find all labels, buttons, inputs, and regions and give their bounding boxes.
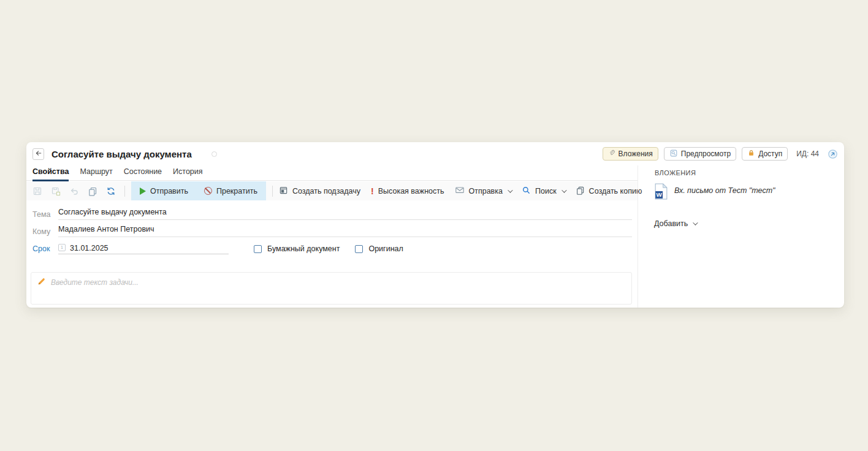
exclamation-icon: ! (371, 187, 374, 195)
send-action-group: Отправить Прекратить (131, 181, 266, 200)
play-icon (140, 188, 146, 195)
create-copy-label: Создать копию (589, 187, 642, 195)
pencil-icon (37, 278, 45, 287)
deadline-label[interactable]: Срок (32, 244, 50, 253)
prohibit-icon (204, 187, 212, 195)
paperclip-icon (608, 149, 615, 159)
high-importance-button[interactable]: ! Высокая важность (371, 187, 444, 195)
save-icon[interactable] (32, 186, 42, 196)
checkbox-original[interactable]: Оригинал (355, 244, 403, 253)
to-field[interactable]: Мадалиев Антон Петрович (58, 225, 632, 237)
page-title: Согласуйте выдачу документа (51, 149, 192, 159)
attachment-name: Вх. письмо от Тест "тест" (674, 186, 775, 195)
calendar-icon: 1 (58, 244, 66, 251)
checkbox-paper-document[interactable]: Бумажный документ (254, 244, 340, 253)
task-id: ИД: 44 (796, 150, 819, 158)
high-importance-label: Высокая важность (378, 187, 444, 195)
access-button-label: Доступ (758, 150, 782, 158)
send-button[interactable]: Отправить (140, 187, 188, 195)
chevron-down-icon (508, 188, 512, 192)
panel-divider (638, 165, 638, 308)
preview-button-label: Предпросмотр (681, 150, 731, 158)
task-card-window: Согласуйте выдачу документа Вложения Пре… (26, 142, 844, 308)
sending-menu-label: Отправка (469, 187, 503, 195)
add-attachment-button[interactable]: Добавить (654, 219, 696, 228)
copy-icon[interactable] (88, 186, 97, 196)
toolbar: Отправить Прекратить Создать подзадачу !… (26, 181, 638, 200)
to-label: Кому (32, 227, 50, 236)
deadline-value: 31.01.2025 (70, 244, 108, 252)
send-button-label: Отправить (150, 187, 188, 195)
toolbar-separator (124, 186, 125, 197)
toolbar-separator (272, 186, 273, 197)
attachments-button-label: Вложения (619, 150, 653, 158)
tab-route[interactable]: Маршрут (80, 167, 112, 180)
subject-label: Тема (32, 210, 50, 219)
tab-properties[interactable]: Свойства (32, 167, 69, 180)
save-and-close-icon[interactable] (51, 186, 61, 196)
add-attachment-label: Добавить (654, 219, 688, 228)
copy-pages-icon (576, 186, 585, 197)
checkbox-paper-label: Бумажный документ (267, 244, 340, 253)
preview-icon (669, 149, 678, 159)
attachments-button[interactable]: Вложения (603, 147, 658, 161)
header-actions: Вложения Предпросмотр Доступ ИД: 44 (603, 147, 838, 161)
tab-history[interactable]: История (173, 167, 202, 180)
open-in-new-window-button[interactable] (828, 149, 838, 159)
word-document-icon: W (655, 183, 668, 202)
back-button[interactable] (32, 148, 44, 160)
create-copy-button[interactable]: Создать копию (576, 186, 642, 197)
undo-icon[interactable] (69, 186, 79, 196)
checkbox-row: Бумажный документ Оригинал (254, 244, 403, 253)
subtask-icon (279, 186, 288, 197)
tab-state[interactable]: Состояние (124, 167, 162, 180)
task-text-input[interactable]: Введите текст задачи... (31, 272, 632, 305)
status-ring-icon (211, 151, 217, 157)
preview-button[interactable]: Предпросмотр (664, 147, 736, 161)
attachments-panel-title: ВЛОЖЕНИЯ (655, 169, 696, 176)
create-subtask-button[interactable]: Создать подзадачу (279, 186, 360, 197)
card-header: Согласуйте выдачу документа Вложения Пре… (32, 146, 838, 162)
chevron-down-icon (562, 188, 566, 192)
attachment-item[interactable]: W Вх. письмо от Тест "тест" (655, 183, 775, 202)
search-menu-button[interactable]: Поиск (522, 186, 565, 197)
back-arrow-icon (35, 150, 42, 159)
svg-text:W: W (657, 191, 663, 198)
search-icon (522, 186, 531, 197)
chevron-down-icon (693, 220, 698, 225)
checkbox-original-label: Оригинал (368, 244, 403, 253)
sending-menu-button[interactable]: Отправка (455, 185, 511, 197)
search-menu-label: Поиск (535, 187, 557, 195)
stop-button[interactable]: Прекратить (204, 187, 257, 195)
access-button[interactable]: Доступ (742, 147, 788, 161)
lock-icon (747, 149, 755, 159)
deadline-field[interactable]: 1 31.01.2025 (58, 242, 229, 254)
checkbox-box-icon (254, 245, 262, 253)
refresh-icon[interactable] (106, 186, 116, 196)
envelope-icon (455, 185, 465, 197)
checkbox-box-icon (355, 245, 363, 253)
stop-button-label: Прекратить (216, 187, 257, 195)
create-subtask-label: Создать подзадачу (292, 187, 360, 195)
task-text-placeholder: Введите текст задачи... (51, 278, 139, 287)
tab-bar: Свойства Маршрут Состояние История (26, 167, 638, 181)
subject-field[interactable]: Согласуйте выдачу документа (58, 208, 632, 220)
